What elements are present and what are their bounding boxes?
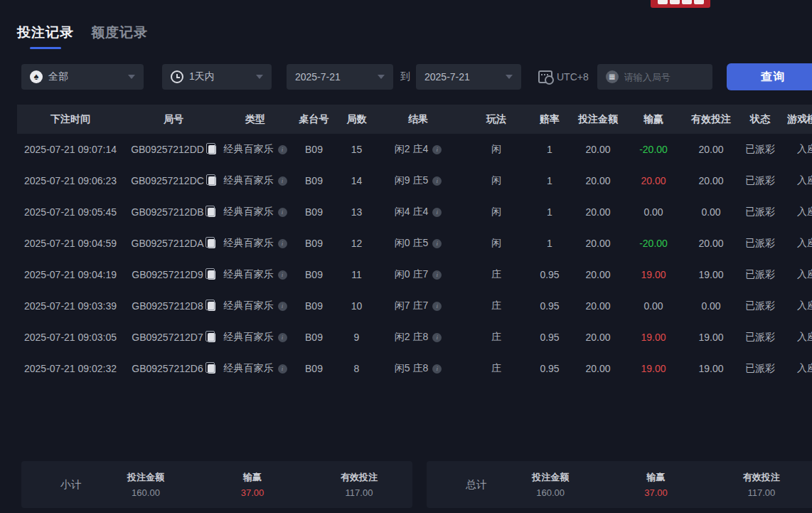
copy-icon[interactable] bbox=[208, 239, 215, 248]
cell-bet-amount: 20.00 bbox=[570, 290, 626, 322]
summary-stat: 有效投注117.00 bbox=[709, 471, 812, 498]
table-body: 2025-07-21 09:07:14GB09257212DD经典百家乐iB09… bbox=[17, 134, 812, 384]
cell-game-mode: 入座 bbox=[779, 134, 812, 165]
result-wrap: 闲7 庄7i bbox=[395, 300, 442, 312]
info-icon[interactable]: i bbox=[278, 270, 287, 280]
cell-round-id: GB09257212D8 bbox=[124, 290, 223, 322]
cell-table-no: B09 bbox=[287, 322, 341, 353]
cell-play-type: 庄 bbox=[464, 290, 529, 322]
cell-game-type: 经典百家乐i bbox=[223, 134, 287, 165]
game-type-text: 经典百家乐 bbox=[224, 174, 274, 187]
info-icon[interactable]: i bbox=[432, 239, 442, 248]
result-wrap: 闲2 庄8i bbox=[395, 331, 442, 344]
round-search-input[interactable] bbox=[624, 72, 704, 83]
info-icon[interactable]: i bbox=[432, 333, 442, 342]
game-type-wrap: 经典百家乐i bbox=[224, 331, 287, 344]
timezone-indicator[interactable]: UTC+8 bbox=[538, 70, 589, 83]
round-number-icon: ▦ bbox=[606, 70, 619, 83]
chevron-down-icon bbox=[378, 75, 385, 79]
cell-status: 已派彩 bbox=[741, 196, 779, 228]
cell-status: 已派彩 bbox=[741, 259, 779, 290]
cell-game-type: 经典百家乐i bbox=[223, 165, 287, 196]
cell-table-no: B09 bbox=[287, 353, 341, 384]
time-range-select[interactable]: 1天内 bbox=[162, 64, 272, 90]
cell-game-mode: 入座 bbox=[779, 322, 812, 353]
cell-play-type: 庄 bbox=[464, 259, 529, 290]
column-header: 局号 bbox=[124, 105, 223, 134]
summary-stat: 投注金额160.00 bbox=[92, 471, 199, 498]
summary-stat-title: 输赢 bbox=[603, 471, 708, 484]
info-icon[interactable]: i bbox=[278, 302, 287, 311]
game-type-text: 经典百家乐 bbox=[224, 362, 274, 375]
cell-game-type: 经典百家乐i bbox=[223, 322, 287, 353]
game-type-wrap: 经典百家乐i bbox=[224, 174, 287, 187]
result-text: 闲2 庄4 bbox=[395, 143, 428, 156]
cell-table-no: B09 bbox=[287, 134, 341, 165]
info-icon[interactable]: i bbox=[278, 145, 287, 154]
cell-bet-time: 2025-07-21 09:07:14 bbox=[17, 134, 124, 165]
table-header-row: 下注时间局号类型桌台号局数结果玩法赔率投注金额输赢有效投注状态游戏模式 bbox=[17, 105, 812, 134]
copy-icon[interactable] bbox=[208, 364, 215, 374]
cell-game-type: 经典百家乐i bbox=[223, 353, 287, 384]
info-icon[interactable]: i bbox=[278, 239, 287, 248]
cell-valid-bet: 19.00 bbox=[681, 353, 741, 384]
table-row: 2025-07-21 09:04:59GB09257212DA经典百家乐iB09… bbox=[17, 228, 812, 259]
column-header: 桌台号 bbox=[287, 105, 341, 134]
summary-stat-value: 37.00 bbox=[603, 487, 708, 498]
game-type-text: 经典百家乐 bbox=[224, 237, 274, 250]
cell-win-loss: 19.00 bbox=[626, 353, 681, 384]
timezone-label: UTC+8 bbox=[557, 71, 589, 83]
query-button[interactable]: 查询 bbox=[727, 63, 812, 90]
records-table: 下注时间局号类型桌台号局数结果玩法赔率投注金额输赢有效投注状态游戏模式 2025… bbox=[17, 105, 812, 384]
cell-bet-amount: 20.00 bbox=[570, 322, 626, 353]
game-type-wrap: 经典百家乐i bbox=[224, 143, 287, 156]
cell-game-mode: 入座 bbox=[779, 196, 812, 228]
date-from-select[interactable]: 2025-7-21 bbox=[287, 64, 393, 90]
result-wrap: 闲0 庄5i bbox=[395, 237, 442, 250]
tab-quota-records[interactable]: 额度记录 bbox=[91, 23, 148, 49]
cell-win-loss: 0.00 bbox=[626, 290, 681, 322]
result-text: 闲0 庄5 bbox=[395, 237, 428, 250]
info-icon[interactable]: i bbox=[432, 364, 442, 374]
cell-play-type: 庄 bbox=[464, 353, 529, 384]
cell-bet-amount: 20.00 bbox=[570, 259, 626, 290]
tab-bet-records[interactable]: 投注记录 bbox=[17, 23, 74, 49]
info-icon[interactable]: i bbox=[432, 302, 442, 311]
copy-icon[interactable] bbox=[208, 208, 215, 217]
table-row: 2025-07-21 09:03:39GB09257212D8经典百家乐iB09… bbox=[17, 290, 812, 322]
info-icon[interactable]: i bbox=[432, 145, 442, 154]
cell-valid-bet: 20.00 bbox=[681, 165, 741, 196]
game-type-wrap: 经典百家乐i bbox=[224, 300, 287, 312]
game-type-select[interactable]: ♠ 全部 bbox=[21, 64, 144, 90]
round-search: ▦ bbox=[597, 64, 712, 90]
cell-result: 闲0 庄5i bbox=[373, 228, 464, 259]
clock-icon bbox=[171, 70, 183, 83]
copy-icon[interactable] bbox=[208, 176, 216, 186]
info-icon[interactable]: i bbox=[278, 333, 287, 342]
cell-table-no: B09 bbox=[287, 196, 341, 228]
info-icon[interactable]: i bbox=[432, 176, 442, 186]
column-header: 游戏模式 bbox=[779, 105, 812, 134]
cell-play-type: 闲 bbox=[464, 228, 529, 259]
calendar-clock-icon bbox=[538, 70, 552, 83]
info-icon[interactable]: i bbox=[278, 208, 287, 217]
info-icon[interactable]: i bbox=[432, 270, 442, 280]
cell-valid-bet: 19.00 bbox=[681, 259, 741, 290]
copy-icon[interactable] bbox=[208, 302, 215, 311]
cell-round-no: 15 bbox=[341, 134, 373, 165]
cell-valid-bet: 0.00 bbox=[681, 196, 741, 228]
info-icon[interactable]: i bbox=[432, 208, 442, 217]
info-icon[interactable]: i bbox=[278, 176, 287, 186]
cell-valid-bet: 0.00 bbox=[681, 290, 741, 322]
summary-stat-value: 160.00 bbox=[92, 487, 199, 498]
copy-icon[interactable] bbox=[208, 270, 215, 280]
date-to-select[interactable]: 2025-7-21 bbox=[416, 64, 521, 90]
result-wrap: 闲2 庄4i bbox=[395, 143, 442, 156]
cell-round-no: 12 bbox=[341, 228, 373, 259]
info-icon[interactable]: i bbox=[278, 364, 287, 374]
result-wrap: 闲5 庄8i bbox=[395, 362, 442, 375]
copy-icon[interactable] bbox=[208, 333, 215, 342]
cell-round-no: 13 bbox=[341, 196, 373, 228]
copy-icon[interactable] bbox=[208, 145, 216, 154]
brand-logo bbox=[651, 0, 710, 8]
